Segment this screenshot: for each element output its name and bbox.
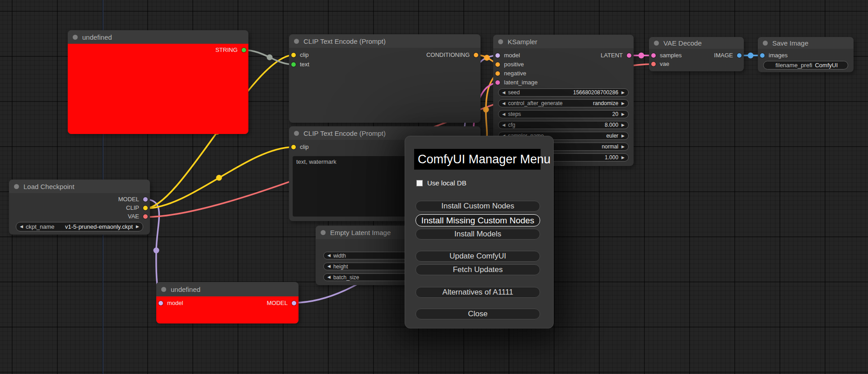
increment-arrow-icon[interactable]: ▶ bbox=[621, 134, 625, 138]
model-slot-dot[interactable] bbox=[495, 53, 500, 58]
increment-arrow-icon[interactable]: ▶ bbox=[621, 112, 625, 116]
decrement-arrow-icon[interactable]: ◀ bbox=[502, 91, 505, 95]
latent-slot-dot[interactable] bbox=[651, 53, 656, 58]
node-clip-text-encode-1[interactable]: CLIP Text Encode (Prompt) clip text COND… bbox=[289, 34, 481, 123]
decrement-arrow-icon[interactable]: ◀ bbox=[327, 264, 331, 268]
filename-prefix-widget[interactable]: filename_prefix ComfyUI bbox=[763, 61, 848, 69]
collapse-dot-icon[interactable] bbox=[294, 39, 299, 44]
node-header[interactable]: KSampler bbox=[493, 35, 634, 48]
node-header[interactable]: CLIP Text Encode (Prompt) bbox=[289, 34, 481, 48]
node-vae-decode[interactable]: VAE Decode samples vae IMAGE bbox=[649, 37, 744, 71]
increment-arrow-icon[interactable]: ▶ bbox=[621, 123, 625, 127]
output-slot-latent: LATENT bbox=[601, 51, 634, 60]
model-slot-dot[interactable] bbox=[159, 301, 163, 305]
node-load-checkpoint[interactable]: Load Checkpoint MODEL CLIP VAE ◀ ckpt_na… bbox=[9, 180, 150, 235]
decrement-arrow-icon[interactable]: ◀ bbox=[502, 123, 505, 127]
model-slot-dot[interactable] bbox=[292, 301, 296, 305]
node-graph-canvas[interactable]: undefined STRING CLIP Text Encode (Promp… bbox=[0, 0, 868, 374]
output-slot-conditioning: CONDITIONING bbox=[426, 51, 481, 60]
install-missing-custom-nodes-button[interactable]: Install Missing Custom Nodes bbox=[415, 214, 540, 226]
conditioning-slot-dot[interactable] bbox=[495, 71, 500, 76]
manager-menu-buttons: Install Custom Nodes Install Missing Cus… bbox=[415, 201, 540, 319]
link-dot-clip2[interactable] bbox=[216, 175, 222, 181]
link-dot-string[interactable] bbox=[267, 55, 273, 60]
collapse-dot-icon[interactable] bbox=[161, 287, 166, 292]
text-slot-dot[interactable] bbox=[291, 62, 296, 67]
latent-slot-dot[interactable] bbox=[627, 53, 631, 58]
node-save-image[interactable]: Save Image images filename_prefix ComfyU… bbox=[758, 37, 854, 72]
clip-slot-dot[interactable] bbox=[291, 145, 296, 149]
increment-arrow-icon[interactable]: ▶ bbox=[621, 156, 625, 160]
close-button[interactable]: Close bbox=[415, 309, 540, 319]
collapse-dot-icon[interactable] bbox=[294, 131, 299, 136]
link-dot-latent[interactable] bbox=[639, 53, 644, 59]
node-title: undefined bbox=[82, 33, 112, 41]
next-arrow-icon[interactable]: ▶ bbox=[136, 225, 139, 229]
collapse-dot-icon[interactable] bbox=[763, 41, 768, 46]
install-models-button[interactable]: Install Models bbox=[415, 229, 540, 240]
node-title: CLIP Text Encode (Prompt) bbox=[303, 37, 386, 45]
decrement-arrow-icon[interactable]: ◀ bbox=[327, 254, 331, 258]
output-slot-model: MODEL bbox=[118, 195, 150, 204]
input-slot-model: model bbox=[493, 51, 520, 60]
increment-arrow-icon[interactable]: ▶ bbox=[621, 102, 625, 106]
link-dot-positive[interactable] bbox=[484, 55, 490, 61]
cfg-widget[interactable]: ◀ cfg 8.000 ▶ bbox=[498, 121, 629, 129]
model-slot-dot[interactable] bbox=[143, 197, 148, 202]
node-header[interactable]: VAE Decode bbox=[649, 37, 744, 49]
comfyui-manager-menu-dialog: ComfyUI Manager Menu Use local DB Instal… bbox=[405, 136, 554, 328]
conditioning-slot-dot[interactable] bbox=[474, 53, 478, 57]
collapse-dot-icon[interactable] bbox=[654, 41, 659, 46]
collapse-dot-icon[interactable] bbox=[321, 230, 326, 235]
clip-slot-dot[interactable] bbox=[291, 53, 296, 57]
vae-slot-dot[interactable] bbox=[651, 62, 656, 66]
prev-arrow-icon[interactable]: ◀ bbox=[20, 225, 23, 229]
output-slot-image: IMAGE bbox=[714, 51, 744, 60]
node-undefined-top[interactable]: undefined STRING bbox=[68, 30, 248, 134]
manager-menu-title: ComfyUI Manager Menu bbox=[414, 149, 541, 170]
input-slot-samples: samples bbox=[649, 51, 681, 60]
image-slot-dot[interactable] bbox=[737, 53, 742, 58]
node-title: CLIP Text Encode (Prompt) bbox=[303, 129, 386, 137]
output-slot-vae: VAE bbox=[128, 212, 150, 221]
image-slot-dot[interactable] bbox=[760, 53, 765, 58]
decrement-arrow-icon[interactable]: ◀ bbox=[502, 102, 505, 106]
node-header[interactable]: undefined bbox=[156, 282, 299, 296]
latent-slot-dot[interactable] bbox=[495, 80, 500, 85]
ckpt-name-widget[interactable]: ◀ ckpt_name v1-5-pruned-emaonly.ckpt ▶ bbox=[16, 222, 143, 231]
conditioning-slot-dot[interactable] bbox=[495, 62, 500, 67]
node-title: KSampler bbox=[508, 38, 537, 46]
use-local-db-checkbox[interactable] bbox=[416, 180, 423, 186]
link-dot-image[interactable] bbox=[748, 53, 754, 59]
increment-arrow-icon[interactable]: ▶ bbox=[621, 91, 625, 95]
decrement-arrow-icon[interactable]: ◀ bbox=[502, 112, 505, 116]
control-after-generate-widget[interactable]: ◀ control_after_generate randomize ▶ bbox=[498, 99, 629, 107]
node-title: undefined bbox=[171, 286, 201, 293]
clip-slot-dot[interactable] bbox=[143, 206, 148, 210]
collapse-dot-icon[interactable] bbox=[14, 184, 19, 189]
install-custom-nodes-button[interactable]: Install Custom Nodes bbox=[415, 201, 540, 212]
collapse-dot-icon[interactable] bbox=[73, 35, 78, 40]
alternatives-of-a1111-button[interactable]: Alternatives of A1111 bbox=[415, 287, 540, 298]
wire-clip-to-clip2 bbox=[145, 147, 294, 208]
output-slot-model: MODEL bbox=[267, 299, 299, 308]
collapse-dot-icon[interactable] bbox=[498, 39, 503, 44]
node-undefined-top-header[interactable]: undefined bbox=[68, 30, 248, 44]
input-slot-negative: negative bbox=[493, 69, 526, 78]
node-header[interactable]: Load Checkpoint bbox=[9, 180, 150, 193]
fetch-updates-button[interactable]: Fetch Updates bbox=[415, 264, 540, 275]
increment-arrow-icon[interactable]: ▶ bbox=[621, 145, 625, 149]
string-slot-dot[interactable] bbox=[242, 48, 246, 52]
decrement-arrow-icon[interactable]: ◀ bbox=[327, 275, 331, 279]
node-header[interactable]: Save Image bbox=[758, 37, 854, 49]
update-comfyui-button[interactable]: Update ComfyUI bbox=[415, 251, 540, 262]
input-slot-clip: clip bbox=[289, 51, 309, 60]
steps-widget[interactable]: ◀ steps 20 ▶ bbox=[498, 110, 629, 118]
use-local-db-row: Use local DB bbox=[416, 179, 553, 187]
seed-widget[interactable]: ◀ seed 156680208700286 ▶ bbox=[498, 88, 629, 97]
link-dot-model[interactable] bbox=[154, 248, 159, 254]
input-slot-positive: positive bbox=[493, 60, 524, 69]
vae-slot-dot[interactable] bbox=[143, 214, 148, 219]
link-dot-negative[interactable] bbox=[483, 107, 489, 113]
node-undefined-bottom[interactable]: undefined model MODEL bbox=[156, 282, 299, 323]
